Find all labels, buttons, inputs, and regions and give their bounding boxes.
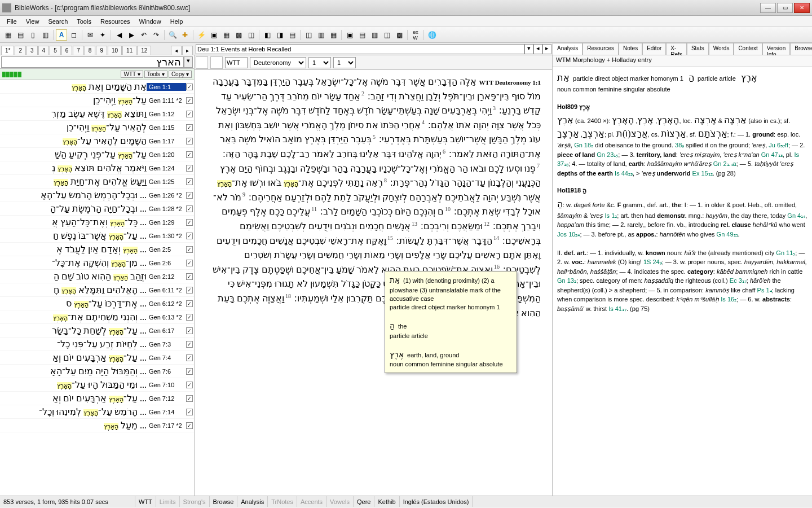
result-row[interactable]: עַל־הָאָרֶץ וַיְהִי־כֵןGen 1:11 *2✓ [0,94,194,107]
ex3-icon[interactable]: ▥ [369,29,380,41]
result-row[interactable]: אֵת הַשָּׁמַיִם וְאֵת הָאָרֶץGen 1:1✓ [0,80,194,94]
globe-icon[interactable]: 🌐 [426,29,438,41]
menu-window[interactable]: Window [135,17,166,26]
result-row[interactable]: ... וְהִנְנִי מַשְׁחִיתָם אֶת־הָאָרֶץGen… [0,310,194,324]
result-checkbox[interactable]: ✓ [186,219,193,226]
col1-icon[interactable]: ◫ [303,29,314,41]
result-row[interactable]: וַיַּעַשׂ אֱלֹהִים אֶת־חַיַּת הָאָרֶץGen… [0,175,194,189]
result-checkbox[interactable]: ✓ [186,287,193,294]
tab-10[interactable]: 10 [108,46,122,55]
menu-search[interactable]: Search [43,17,72,26]
anal-tab-words[interactable]: Words [709,43,734,55]
exw-icon[interactable]: exW [410,29,421,41]
result-checkbox[interactable]: ✓ [186,273,193,280]
result-checkbox[interactable]: ✓ [186,422,193,429]
version-dd[interactable]: WTT ▾ [121,71,143,78]
anal-tab-stats[interactable]: Stats [687,43,709,55]
result-checkbox[interactable]: ✓ [186,314,193,321]
location-prev[interactable]: ◂ [533,44,542,54]
location-input[interactable] [196,44,524,54]
zoom-icon[interactable]: 🔍 [167,29,178,41]
verse-select[interactable]: 1 [333,57,356,68]
search-input[interactable] [1,56,184,68]
sparkle-icon[interactable]: ✦ [97,29,108,41]
result-row[interactable]: עַל־הָאָרֶץ עַל־פְּנֵי רְקִיעַ הַשָּׁGen… [0,148,194,161]
status-cell[interactable]: Accents [297,496,326,507]
anal-tab-version-info[interactable]: Version Info [762,43,790,55]
result-checkbox[interactable]: ✓ [186,327,193,334]
version-select[interactable] [225,57,248,68]
ex1-icon[interactable]: ▣ [344,29,355,41]
book-select[interactable]: Deuteronomy [250,57,306,68]
result-checkbox[interactable]: ✓ [186,205,193,212]
tool3-icon[interactable]: ▩ [233,29,244,41]
tab-11[interactable]: 11 [122,46,136,55]
analysis-pane[interactable]: אֵת particle direct object marker homony… [553,67,812,496]
undo-icon[interactable]: ↶ [138,29,149,41]
result-row[interactable]: ... וּבְכָל־הָרֶמֶשׂ הָרֹמֵשׂ עַל־הָאָGe… [0,189,194,202]
result-checkbox[interactable]: ✓ [186,178,193,185]
tab-nav[interactable]: ◂ [171,46,182,55]
menu-resources[interactable]: Resources [96,17,135,26]
anal-tab-analysis[interactable]: Analysis [553,43,582,55]
result-checkbox[interactable]: ✓ [186,368,193,375]
result-row[interactable]: ... עַל־הָאָרֶץ אֲשֶׁר־בּוֹ נֶפֶשׁ חַGen… [0,229,194,243]
tab-5[interactable]: 5 [50,46,61,55]
redo-icon[interactable]: ↷ [151,29,162,41]
menu-help[interactable]: Help [166,17,188,26]
result-checkbox[interactable]: ✓ [186,151,193,158]
pane2-icon[interactable]: ◨ [274,29,285,41]
status-cell[interactable]: Limits [156,496,180,507]
pane1-icon[interactable]: ◧ [262,29,273,41]
result-checkbox[interactable]: ✓ [186,260,193,266]
status-cell[interactable]: Strong's [180,496,210,507]
result-row[interactable]: ... וּמֵי הַמַּבּוּל הָיוּ עַל־הָאָרֶץGe… [0,378,194,392]
book2-icon[interactable]: ▥ [39,29,51,41]
result-row[interactable]: ... מֵעַל הָאָרֶץGen 7:17 *2✓ [0,419,194,432]
copy-dd[interactable]: Copy ▾ [169,71,192,78]
result-row[interactable]: ... אֶת־דַּרְכּוֹ עַל־הָאָרֶץ סGen 6:12 … [0,297,194,310]
result-row[interactable]: לְהָאִיר עַל־הָאָרֶץ וַיְהִי־כֵןGen 1:15… [0,121,194,134]
maximize-button[interactable]: ▭ [777,3,793,13]
status-cell[interactable]: Qere [354,496,374,507]
menu-tools[interactable]: Tools [72,17,96,26]
result-row[interactable]: וַיֹּאמֶר אֱלֹהִים תּוֹצֵא הָאָרֶץ נֶGen… [0,161,194,175]
result-row[interactable]: ... וְהַמַּבּוּל הָיָה מַיִם עַל־הָאָGen… [0,365,194,378]
book-icon[interactable]: ▤ [15,29,26,41]
anal-tab-notes[interactable]: Notes [619,43,642,55]
page-icon[interactable]: ▯ [27,29,38,41]
result-row[interactable]: הַשָּׁמָיִם לְהָאִיר עַל־הָאָרֶץGen 1:17… [0,134,194,148]
grid-icon[interactable]: ▦ [2,29,14,41]
back-icon[interactable]: ◀ [113,29,125,41]
col3-icon[interactable]: ▦ [328,29,339,41]
result-checkbox[interactable]: ✓ [186,233,193,239]
tool2-icon[interactable]: ▦ [220,29,232,41]
location-next[interactable]: ▸ [542,44,551,54]
result-checkbox[interactable]: ✓ [186,341,193,348]
tab-8[interactable]: 8 [85,46,96,55]
anal-tab-browse[interactable]: Browse [790,43,812,55]
result-row[interactable]: ... עַל־הָאָרֶץ אַרְבָּעִים יוֹם וְאַGen… [0,392,194,405]
result-checkbox[interactable]: ✓ [186,138,193,144]
minimize-button[interactable]: — [760,3,776,13]
fwd-icon[interactable]: ▶ [126,29,137,41]
result-checkbox[interactable]: ✓ [186,111,193,117]
tab-nav[interactable]: ▸ [182,46,193,55]
tool4-icon[interactable]: ◫ [245,29,257,41]
result-row[interactable]: ... הָאָרֶץ וְאָדָם אַיִן לַעֲבֹד אֶGen … [0,243,194,256]
result-row[interactable]: ... הָאֱלֹהִים וַתִּמָּלֵא הָאָרֶץ חָGen… [0,283,194,297]
tab-7[interactable]: 7 [73,46,84,55]
result-checkbox[interactable]: ✓ [186,192,193,199]
result-row[interactable]: וּזֲהַב הָאָרֶץ הַהִוא טוֹב שָׁם הַGen 2… [0,270,194,283]
ex2-icon[interactable]: ▤ [356,29,368,41]
status-cell[interactable]: Vowels [326,496,354,507]
menu-view[interactable]: View [21,17,44,26]
center-btn1[interactable] [196,56,208,69]
tab-4[interactable]: 4 [38,46,50,55]
status-cell[interactable]: WTT [135,496,156,507]
tab-6[interactable]: 6 [61,46,73,55]
result-checkbox[interactable]: ✓ [186,395,193,402]
result-row[interactable]: ... לְחַיּוֹת זֶרַע עַל־פְּנֵי כָל־Gen 7… [0,338,194,351]
status-cell[interactable]: TrNotes [268,496,297,507]
status-cell[interactable]: Browse [210,496,238,507]
